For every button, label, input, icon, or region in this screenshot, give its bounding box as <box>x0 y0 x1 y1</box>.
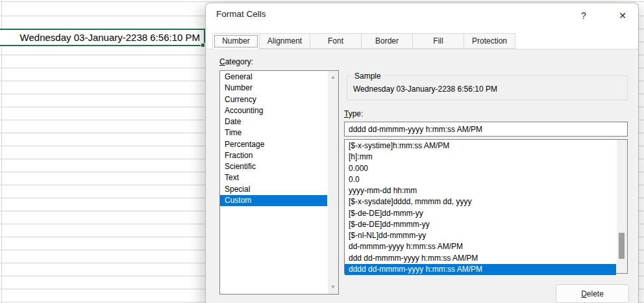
tab-alignment[interactable]: Alignment <box>259 33 310 49</box>
tab-number[interactable]: Number <box>212 33 260 49</box>
type-option[interactable]: [$-x-sysdate]dddd, mmmm dd, yyyy <box>345 196 616 207</box>
type-scrollbar[interactable] <box>617 140 627 273</box>
delete-button[interactable]: Delete <box>556 284 629 303</box>
type-listbox[interactable]: [$-x-systime]h:mm:ss AM/PM[h]:mm0.0000.0… <box>344 139 628 274</box>
type-option[interactable]: [$-x-systime]h:mm:ss AM/PM <box>345 140 616 152</box>
dialog-titlebar: Format Cells ? ✕ NumberAlignmentFontBord… <box>206 3 638 49</box>
category-item[interactable]: Currency <box>220 94 327 105</box>
type-option[interactable]: yyyy-mm-dd hh:mm <box>345 185 616 196</box>
close-icon[interactable]: ✕ <box>613 8 632 23</box>
type-option[interactable]: [h]:mm <box>345 152 616 163</box>
scroll-down-icon[interactable]: ▼ <box>328 283 338 292</box>
category-items: GeneralNumberCurrencyAccountingDateTimeP… <box>220 72 327 206</box>
help-icon[interactable]: ? <box>576 8 591 23</box>
type-option[interactable]: 0.000 <box>345 163 616 174</box>
type-option[interactable]: [$-nl-NL]dd-mmmm-yy <box>345 230 616 241</box>
category-item[interactable]: Time <box>220 127 327 138</box>
type-label: Type: <box>344 109 363 118</box>
selected-cell[interactable]: Wednesday 03-January-2238 6:56:10 PM <box>0 29 205 46</box>
category-item[interactable]: Date <box>220 116 327 127</box>
type-option[interactable]: dddd dd-mmmm-yyyy h:mm:ss AM/PM <box>345 264 616 275</box>
sample-groupbox-label: Sample <box>352 72 384 81</box>
dialog-title: Format Cells <box>216 9 266 19</box>
type-option[interactable]: dd-mmmm-yyyy h:mm:ss AM/PM <box>345 241 616 252</box>
scroll-up-icon[interactable]: ▲ <box>328 73 338 82</box>
type-items: [$-x-systime]h:mm:ss AM/PM[h]:mm0.0000.0… <box>345 140 616 275</box>
type-option[interactable]: 0.0 <box>345 174 616 185</box>
type-input[interactable] <box>344 122 628 137</box>
tab-fill[interactable]: Fill <box>412 33 464 49</box>
category-label: Category: <box>219 57 253 66</box>
category-item[interactable]: Fraction <box>220 150 327 161</box>
category-item[interactable]: Accounting <box>220 105 327 116</box>
tab-font[interactable]: Font <box>310 33 362 49</box>
sample-value: Wednesday 03-January-2238 6:56:10 PM <box>353 85 497 94</box>
tab-strip: NumberAlignmentFontBorderFillProtection <box>212 33 515 49</box>
category-item[interactable]: Custom <box>220 195 327 206</box>
category-item[interactable]: Special <box>220 184 327 195</box>
type-scrollbar-thumb[interactable] <box>619 233 625 259</box>
category-item[interactable]: Text <box>220 172 327 183</box>
category-item[interactable]: General <box>220 72 327 83</box>
type-option[interactable]: ddd dd-mmmm-yyyy h:mm:ss AM/PM <box>345 253 616 264</box>
category-item[interactable]: Number <box>220 83 327 94</box>
tab-border[interactable]: Border <box>361 33 413 49</box>
tab-protection[interactable]: Protection <box>464 33 515 49</box>
format-cells-dialog: Format Cells ? ✕ NumberAlignmentFontBord… <box>205 3 639 303</box>
type-option[interactable]: [$-de-DE]dd-mmmm-yy <box>345 219 616 230</box>
category-listbox[interactable]: GeneralNumberCurrencyAccountingDateTimeP… <box>219 70 339 295</box>
category-scrollbar[interactable]: ▲ ▼ <box>328 71 338 294</box>
category-item[interactable]: Scientific <box>220 161 327 172</box>
category-item[interactable]: Percentage <box>220 139 327 150</box>
excel-screen: Wednesday 03-January-2238 6:56:10 PM For… <box>0 0 644 303</box>
sample-groupbox: Sample Wednesday 03-January-2238 6:56:10… <box>347 75 628 100</box>
spreadsheet-gridline <box>0 1 644 2</box>
cell-fill-handle[interactable] <box>201 43 205 47</box>
type-option[interactable]: [$-de-DE]dd-mmm-yy <box>345 208 616 219</box>
